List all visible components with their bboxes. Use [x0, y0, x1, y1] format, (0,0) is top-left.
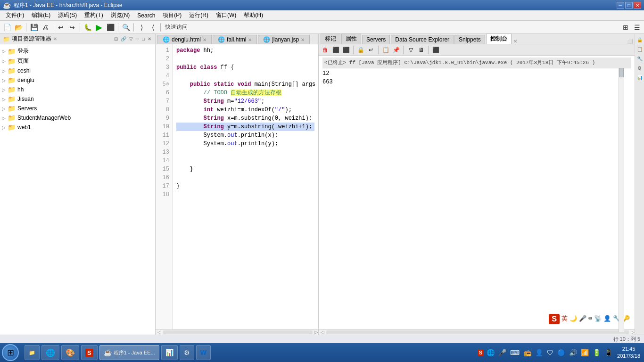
tree-item-web1[interactable]: ▷ 📁 web1 [0, 123, 155, 132]
console-new-button[interactable]: 🖥 [416, 46, 426, 54]
tray-shield[interactable]: 🛡 [546, 348, 554, 357]
console-scroll-bottom[interactable]: ◁ ▷ [319, 329, 635, 335]
menu-navigate[interactable]: 浏览(N) [107, 10, 134, 20]
tray-volume[interactable]: 🔊 [568, 348, 578, 357]
print-button[interactable]: 🖨 [40, 22, 50, 33]
tray-sogou[interactable]: S [478, 349, 484, 356]
run-button[interactable]: ▶ [94, 22, 104, 33]
taskbar-sogou[interactable]: S [81, 345, 98, 360]
close-button[interactable]: ✕ [634, 2, 641, 8]
tray-user[interactable]: 👤 [534, 348, 544, 357]
far-right-btn-1[interactable]: 🔒 [636, 36, 644, 43]
open-console-button[interactable]: 📋 [381, 46, 390, 54]
tree-item-servers[interactable]: ▷ 📁 Servers [0, 104, 155, 113]
collapse-all-button[interactable]: ⊟ [113, 36, 119, 42]
panel-menu-button[interactable]: ▽ [128, 36, 134, 42]
tree-item-denglu[interactable]: ▷ 📁 登录 [0, 46, 155, 56]
tray-keyboard[interactable]: ⌨ [509, 348, 520, 357]
max-restore-button[interactable]: ⬜ [627, 39, 633, 44]
tray-icon-net[interactable]: 🌐 [486, 348, 495, 357]
far-right-btn-5[interactable]: 📊 [636, 74, 644, 81]
stop-button[interactable]: ⬛ [105, 22, 116, 33]
far-right-btn-4[interactable]: ⚙ [636, 64, 644, 72]
tree-item-jisuan[interactable]: ▷ 📁 Jisuan [0, 94, 155, 104]
project-explorer-icon: 📁 [3, 36, 10, 42]
tab-icon: 🌐 [263, 36, 270, 43]
menu-window[interactable]: 窗口(W) [212, 10, 240, 20]
tab-fail-html[interactable]: 🌐 fail.html ✕ [213, 35, 257, 44]
tree-item-pages[interactable]: ▷ 📁 页面 [0, 56, 155, 66]
pin-console-button[interactable]: 📌 [391, 46, 401, 54]
panel-max-button[interactable]: □ [141, 36, 146, 42]
menu-search[interactable]: Search [133, 11, 159, 20]
taskbar-wps-ppt[interactable]: 📊 [161, 345, 178, 360]
tray-phone[interactable]: 📱 [603, 348, 613, 357]
taskbar-eclipse[interactable]: ☕ 程序1 - Java EE... [99, 345, 159, 360]
taskbar-wps[interactable]: W [196, 345, 211, 360]
code-area[interactable]: package hh; public class ff { public sta… [173, 44, 318, 329]
tray-radio[interactable]: 📻 [522, 348, 532, 357]
open-button[interactable]: 📂 [13, 22, 24, 33]
console-scrollbar[interactable] [619, 68, 624, 332]
tab-jianyan-jsp[interactable]: 🌐 jianyan.jsp ✕ [258, 35, 310, 44]
minimize-button[interactable]: ─ [617, 2, 624, 8]
tab-console[interactable]: 控制台 [486, 33, 512, 44]
perspective-button[interactable]: ⊞ [620, 22, 631, 33]
tray-network[interactable]: 📶 [580, 348, 590, 357]
tab-snippets[interactable]: Snippets [454, 35, 485, 44]
word-wrap-button[interactable]: ↵ [366, 46, 376, 54]
console-clear-button[interactable]: 🗑 [321, 46, 330, 54]
console-max-button[interactable]: ⬛ [431, 46, 440, 54]
save-button[interactable]: 💾 [29, 22, 39, 33]
tab-properties[interactable]: 属性 [341, 33, 361, 44]
tab-close-icon[interactable]: ✕ [248, 37, 252, 42]
view-button[interactable]: ☰ [632, 22, 642, 33]
new-button[interactable]: 📄 [2, 22, 12, 33]
menu-file[interactable]: 文件(F) [2, 10, 28, 20]
tree-arrow: ▷ [2, 49, 8, 54]
taskbar-app3[interactable]: 🎨 [61, 345, 79, 360]
link-editor-button[interactable]: 🔗 [120, 36, 127, 42]
prev-button[interactable]: ⟨ [148, 22, 158, 33]
debug-button[interactable]: 🐛 [83, 22, 93, 33]
start-button[interactable]: ⊞ [2, 344, 19, 361]
menu-edit[interactable]: 编辑(E) [28, 10, 54, 20]
tree-item-hh[interactable]: ▷ 📁 hh [0, 85, 155, 94]
tab-close-icon[interactable]: ✕ [203, 37, 206, 42]
console-stop2-button[interactable]: ⬛ [341, 46, 351, 54]
taskbar-file-manager[interactable]: 📁 [25, 345, 40, 360]
tab-denglu-html[interactable]: 🌐 denglu.html ✕ [157, 35, 212, 44]
next-button[interactable]: ⟩ [136, 22, 147, 33]
editor-scroll-bottom[interactable]: ◁ ▷ [156, 329, 318, 335]
menu-help[interactable]: 帮助(H) [240, 10, 267, 20]
console-menu-button[interactable]: ▽ [406, 46, 415, 54]
taskbar-browser[interactable]: 🌐 [41, 345, 59, 360]
tree-item-ceshi[interactable]: ▷ 📁 ceshi [0, 66, 155, 75]
search-button[interactable]: 🔍 [121, 22, 131, 33]
tray-mic[interactable]: 🎤 [497, 348, 507, 357]
taskbar-tool[interactable]: ⚙ [180, 345, 194, 360]
menu-refactor[interactable]: 重构(T) [81, 10, 107, 20]
tray-battery[interactable]: 🔋 [592, 348, 602, 357]
clock[interactable]: 21:45 2017/3/18 [615, 346, 642, 360]
panel-close-x[interactable]: ✕ [513, 39, 517, 44]
panel-close-button[interactable]: ✕ [147, 36, 152, 42]
tab-close-icon[interactable]: ✕ [301, 37, 305, 42]
tray-bluetooth[interactable]: 🔵 [556, 348, 566, 357]
menu-run[interactable]: 运行(R) [185, 10, 212, 20]
menu-project[interactable]: 项目(P) [159, 10, 185, 20]
tab-servers[interactable]: Servers [362, 35, 390, 44]
far-right-btn-2[interactable]: 📋 [636, 45, 644, 53]
tree-item-denglu2[interactable]: ▷ 📁 denglu [0, 75, 155, 85]
menu-source[interactable]: 源码(S) [54, 10, 81, 20]
undo-button[interactable]: ↩ [56, 22, 66, 33]
scroll-lock-button[interactable]: 🔒 [356, 46, 365, 54]
maximize-button[interactable]: □ [625, 2, 633, 8]
tab-datasource[interactable]: Data Source Explorer [391, 35, 454, 44]
far-right-btn-3[interactable]: 🔧 [636, 55, 644, 62]
redo-button[interactable]: ↪ [67, 22, 77, 33]
tree-item-studentmanager[interactable]: ▷ 📁 StudentManagerWeb [0, 113, 155, 123]
tab-markers[interactable]: 标记 [321, 33, 340, 44]
panel-min-button[interactable]: ─ [135, 36, 140, 42]
console-stop-button[interactable]: ⬛ [331, 46, 340, 54]
